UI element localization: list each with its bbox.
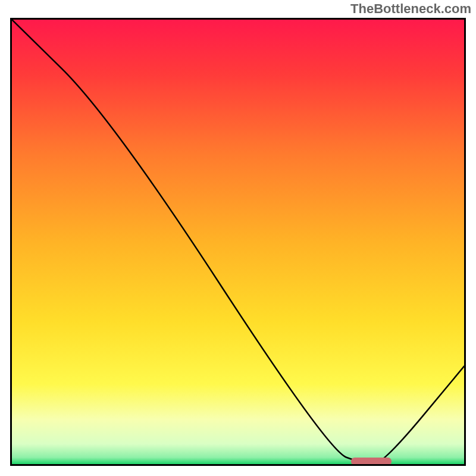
bottleneck-curve (12, 20, 464, 464)
watermark-text: TheBottleneck.com (350, 1, 471, 17)
chart-plot-area (10, 18, 466, 466)
optimal-range-marker (351, 458, 392, 465)
